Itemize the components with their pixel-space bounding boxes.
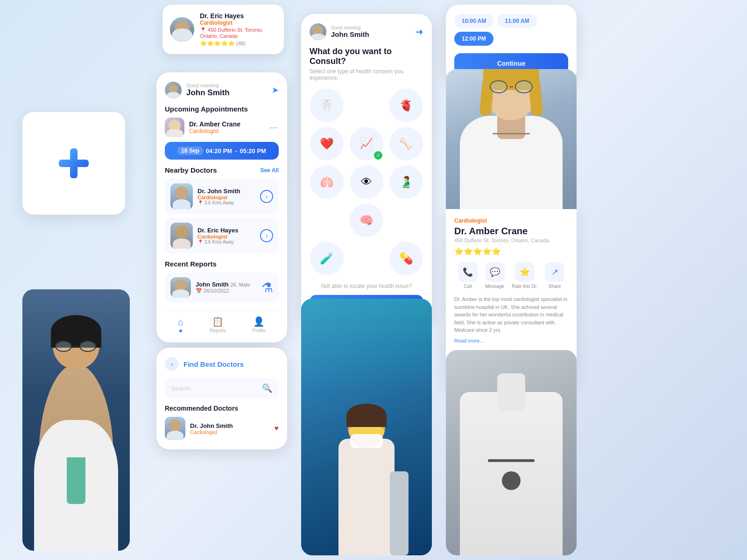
doctor-rating: ⭐⭐⭐⭐⭐ (48) [200,40,276,47]
health-icon-stomach[interactable]: 🫃 [389,165,423,199]
consult-greeting: Good morning [331,25,369,30]
reports-title: Recent Reports [165,260,279,268]
consult-avatar [310,23,326,40]
nearby-title: Nearby Doctors [165,166,217,174]
health-icon-ecg[interactable]: 📈 [350,127,383,161]
nav-home[interactable]: ⌂ [178,317,183,332]
health-icon-testtube[interactable]: 🧪 [310,242,344,275]
message-action[interactable]: 💬 Message [485,262,505,289]
time-slots-row: 10:00 AM 11:00 AM 12:00 PM [454,14,568,46]
forward-arrow-icon[interactable]: ➜ [416,26,423,37]
nearby-dist-1: 📍 3.6 Kms Away [197,200,255,205]
call-label: Call [464,284,472,289]
doctor-info: Dr. Eric Hayes Cardiologist 📍 450 Duffer… [200,12,276,47]
call-icon: 📞 [458,262,478,282]
home-icon: ⌂ [178,317,183,328]
health-icon-eye[interactable]: 👁 [350,165,383,199]
nearby-name-2: Dr. Eric Hayes [197,227,255,234]
more-options-icon[interactable]: ⋯ [269,122,279,133]
find-title: Find Best Doctors [183,360,244,368]
nav-profile[interactable]: 👤 Profile [253,316,266,333]
doctor-avatar-hayes [170,17,194,42]
nearby-dist-2: 📍 3.6 Kms Away [197,239,255,245]
time-slot-2[interactable]: 11:00 AM [497,14,536,28]
time-slot-3[interactable]: 12:00 PM [454,32,493,46]
nearby-arrow-1[interactable]: › [260,190,273,203]
report-avatar [170,277,191,298]
nav-reports[interactable]: 📋 Reports [210,316,226,333]
rec-doctor-name: Dr. John Smith [190,422,233,429]
doctor-name: Dr. Eric Hayes [200,12,276,20]
health-icon-lung[interactable]: 🫁 [310,165,344,199]
consult-question: What do you want to Consult? [310,47,423,66]
recommended-title: Recommended Doctors [165,405,279,412]
greeting-text: Good morning [186,83,230,88]
see-all-button[interactable]: See All [260,167,279,174]
rec-avatar [165,417,185,440]
health-icons-grid: 🦷 🫀 ❤️ 📈 🦴 🫁 👁 🫃 🧠 🧪 [310,89,423,275]
health-icon-bone[interactable]: 🦴 [389,127,423,161]
search-bar[interactable]: Search 🔍 [165,378,279,398]
rec-info: Dr. John Smith Cardiologist [190,422,233,435]
col3-bottom-photo [301,299,432,555]
favorite-icon[interactable]: ♥ [275,424,279,433]
user-name: John Smith [186,88,230,98]
plus-icon [59,148,89,178]
rate-icon: ⭐ [515,262,535,282]
doctor-profile-card: ‹ Cardiologist Dr. Amber Crane [446,69,577,388]
reports-label: Reports [210,328,226,333]
profile-icon: 👤 [253,316,265,327]
nearby-spec-1: Cardiologist [197,195,255,200]
appt-doctor-name: Dr. Amber Crane [189,120,240,128]
profile-label: Profile [253,328,266,333]
profile-actions-row: 📞 Call 💬 Message ⭐ Rate this Dr. ↗ Share [454,262,568,289]
main-header: Good morning John Smith ➤ [165,82,279,98]
col2-main-app: Good morning John Smith ➤ Upcoming Appoi… [156,72,287,343]
nav-active-dot [179,329,182,332]
appointment-time-bar: 18 Sep 04:20 PM - 05:20 PM [165,142,279,160]
doctor-specialty: Cardiologist [200,20,276,26]
col4-bottom-photo [446,350,577,555]
nearby-doctor-2: Dr. Eric Hayes Cardiologist 📍 3.6 Kms Aw… [165,218,279,253]
health-icon-brain[interactable]: 🧠 [350,203,383,237]
report-info: John Smith 26, Male 📅 26/10/2022 [196,281,257,294]
appt-date: 18 Sep [177,147,203,155]
back-button[interactable]: ‹ [165,357,179,371]
reports-icon: 📋 [212,316,224,327]
consult-user: Good morning John Smith [310,23,369,40]
col2-doctor-card: Dr. Eric Hayes Cardiologist 📍 450 Duffer… [162,5,284,54]
message-icon: 💬 [485,262,505,282]
appointment-card: Dr. Amber Crane Cardiologist ⋯ 18 Sep 04… [165,118,279,160]
lab-logo: ⚗ [261,280,273,295]
consult-user-name: John Smith [331,30,369,38]
health-icon-tooth[interactable]: 🦷 [310,89,344,122]
profile-bio: Dr. Amber is the top most cardiologist s… [454,295,568,334]
send-icon[interactable]: ➤ [272,85,279,95]
profile-rating: ⭐⭐⭐⭐⭐ [454,247,568,256]
plus-card [22,112,125,215]
health-icon-pill[interactable]: 💊 [389,242,423,275]
consult-header: Good morning John Smith ➜ [310,23,423,40]
message-label: Message [485,284,504,289]
bottom-navigation: ⌂ 📋 Reports 👤 Profile [165,310,279,333]
not-found-text: Not able to locate your health issue? [310,283,423,289]
call-action[interactable]: 📞 Call [458,262,478,289]
appt-end-time: 05:20 PM [240,147,266,154]
rate-label: Rate this Dr. [512,284,537,289]
read-more-link[interactable]: Read more... [454,338,568,343]
time-slot-1[interactable]: 10:00 AM [454,14,493,28]
health-icon-intestine[interactable]: 🫀 [389,89,423,122]
share-icon: ↗ [545,262,564,282]
health-icon-heart[interactable]: ❤️ [310,127,344,161]
recommended-doctor: Dr. John Smith Cardiologist ♥ [165,417,279,440]
nearby-arrow-2[interactable]: › [260,229,273,242]
find-header: ‹ Find Best Doctors [165,357,279,371]
nearby-name-1: Dr. John Smith [197,188,255,195]
search-icon[interactable]: 🔍 [262,383,272,393]
find-doctors-card: ‹ Find Best Doctors Search 🔍 Recommended… [156,348,287,449]
nearby-info-2: Dr. Eric Hayes Cardiologist 📍 3.6 Kms Aw… [197,227,255,245]
rate-action[interactable]: ⭐ Rate this Dr. [512,262,537,289]
profile-location: 450 Dufferin St. Toronto, Ontario, Canad… [454,238,568,243]
share-action[interactable]: ↗ Share [545,262,564,289]
report-patient-name: John Smith 26, Male [196,281,257,288]
